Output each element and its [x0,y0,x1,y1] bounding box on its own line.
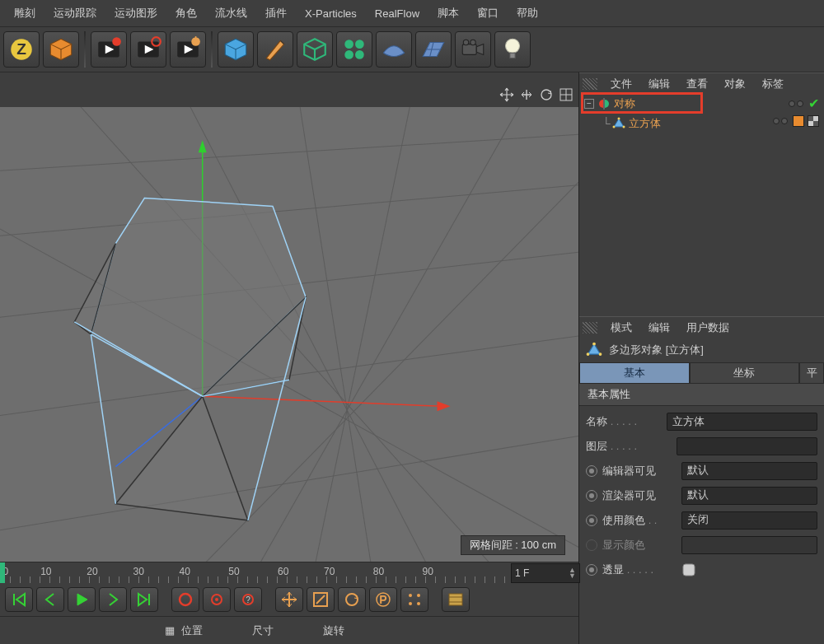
expand-icon[interactable]: − [584,99,594,109]
radio-icon[interactable] [586,490,597,502]
layer-field[interactable] [677,437,817,455]
editor-visible-select[interactable]: 默认 [681,462,817,480]
use-color-select[interactable]: 关闭 [681,511,817,530]
floor-button[interactable] [415,31,452,68]
undo-button[interactable]: Z [3,31,40,68]
light-button[interactable] [494,31,531,68]
autokey-toggle-button[interactable] [203,587,231,612]
menu-window[interactable]: 窗口 [468,6,508,21]
goto-start-button[interactable] [5,587,33,612]
om-menu-view[interactable]: 查看 [678,77,716,91]
main-menubar: 雕刻 运动跟踪 运动图形 角色 流水线 插件 X-Particles RealF… [0,0,824,26]
svg-point-74 [622,126,625,128]
ruler-tick-50: 50 [228,566,239,577]
record-button[interactable] [171,587,199,612]
keyframe-settings-button[interactable] [170,31,206,68]
svg-point-78 [599,352,602,356]
visibility-dots[interactable] [773,118,788,124]
prev-key-button[interactable] [36,587,64,612]
goto-end-button[interactable] [130,587,158,612]
rotate-view-icon[interactable] [539,87,554,102]
key-scale-button[interactable] [307,587,335,612]
object-manager-tree[interactable]: − 对称 └ 立方体 ✔ [579,94,824,316]
menu-mograph[interactable]: 运动图形 [105,6,166,21]
display-color-field[interactable] [681,536,817,554]
section-basic-props: 基本属性 [579,384,824,406]
menu-scripts[interactable]: 脚本 [428,6,468,21]
render-visible-select[interactable]: 默认 [681,487,817,505]
attribute-manager-menu: 模式 编辑 用户数据 [579,316,824,338]
prop-editor-visible: 编辑器可见 默认 [579,459,824,483]
menu-xparticles[interactable]: X-Particles [296,7,366,20]
next-key-button[interactable] [99,587,127,612]
ruler-tick-20: 20 [87,566,97,577]
attr-menu-mode[interactable]: 模式 [602,320,640,335]
environment-button[interactable] [376,31,412,68]
playback-bar: ? P [0,583,578,616]
checkbox-icon[interactable] [681,562,698,577]
primitive-cube-button[interactable] [43,31,79,68]
spline-pen-button[interactable] [257,31,293,68]
deformer-button[interactable] [336,31,372,68]
attr-menu-edit[interactable]: 编辑 [640,320,678,335]
menu-realflow[interactable]: RealFlow [366,7,428,20]
viewport[interactable]: 网格间距 : 100 cm [0,107,578,562]
svg-point-17 [344,40,353,49]
move-view-icon[interactable] [499,87,514,102]
key-param-button[interactable]: P [369,587,397,612]
timeline-ruler[interactable]: 0 10 20 30 40 50 60 70 80 90 [0,562,578,583]
camera-button[interactable] [455,31,491,68]
tab-more[interactable]: 平 [799,362,824,384]
attr-menu-userdata[interactable]: 用户数据 [678,320,737,335]
menu-help[interactable]: 帮助 [508,6,547,21]
menu-plugins[interactable]: 插件 [256,6,296,21]
current-frame-field[interactable]: 1 F ▲▼ [511,563,580,583]
radio-icon[interactable] [586,465,597,477]
key-rot-button[interactable] [338,587,366,612]
zoom-view-icon[interactable] [519,87,534,102]
svg-line-38 [0,429,578,536]
tag-swatches[interactable] [793,115,819,127]
svg-marker-52 [115,396,247,520]
menu-sculpt[interactable]: 雕刻 [5,6,44,21]
menu-character[interactable]: 角色 [166,6,206,21]
om-menu-object[interactable]: 对象 [716,77,754,91]
autokey-button[interactable] [130,31,166,68]
view-layout-icon[interactable] [559,87,574,102]
svg-point-75 [612,126,615,128]
svg-text:P: P [379,593,386,606]
radio-icon[interactable] [586,564,597,576]
name-input[interactable] [667,413,817,431]
object-manager-menu: 文件 编辑 查看 对象 标签 [579,72,824,94]
radio-icon[interactable] [586,515,597,526]
cube-button[interactable] [218,31,254,68]
menu-motion-track[interactable]: 运动跟踪 [44,6,105,21]
om-menu-file[interactable]: 文件 [602,77,640,91]
tab-coord[interactable]: 坐标 [690,362,800,384]
tab-basic[interactable]: 基本 [579,362,690,384]
om-menu-edit[interactable]: 编辑 [640,77,678,91]
tree-item-symmetry[interactable]: − 对称 [579,94,824,114]
svg-point-19 [344,50,353,59]
position-label: 位置 [181,623,203,638]
radio-icon[interactable] [586,539,597,551]
key-pos-button[interactable] [275,587,303,612]
ruler-tick-40: 40 [180,566,190,577]
generator-button[interactable] [297,31,333,68]
svg-rect-29 [510,53,515,58]
svg-point-56 [180,594,191,605]
menu-pipeline[interactable]: 流水线 [206,6,256,21]
svg-point-62 [346,594,358,605]
main-toolbar: Z [0,26,824,72]
om-menu-tag[interactable]: 标签 [754,77,792,91]
visibility-dots[interactable] [789,100,803,107]
enable-check-icon[interactable]: ✔ [808,96,819,111]
play-button[interactable] [68,587,96,612]
rotation-label: 旋转 [323,623,344,638]
svg-point-58 [215,598,218,601]
key-options-button[interactable]: ? [234,587,262,612]
polygon-object-icon [612,117,625,130]
timeline-button[interactable] [442,587,470,612]
record-keyframe-button[interactable] [91,31,127,68]
key-pla-button[interactable] [400,587,428,612]
